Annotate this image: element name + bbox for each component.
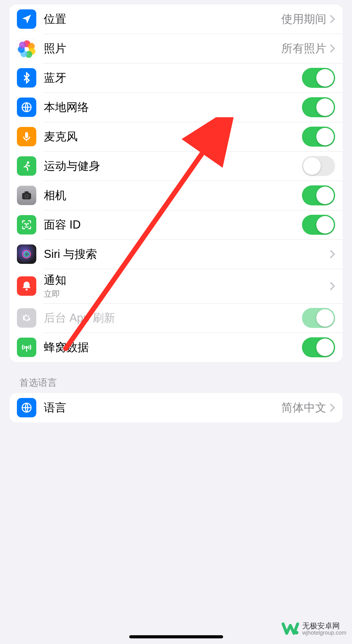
row-label: Siri 与搜索 <box>44 247 329 262</box>
bluetooth-icon <box>17 68 36 88</box>
cellular-toggle[interactable] <box>302 337 335 357</box>
bgrefresh-toggle <box>302 308 335 328</box>
watermark-logo-icon <box>282 620 299 638</box>
svg-point-12 <box>26 289 28 290</box>
chevron-right-icon <box>329 281 335 291</box>
gear-icon <box>17 308 36 328</box>
camera-toggle[interactable] <box>302 185 335 205</box>
svg-rect-1 <box>25 132 28 138</box>
row-photos[interactable]: 照片 所有照片 <box>9 34 343 63</box>
row-siri[interactable]: Siri 与搜索 <box>9 239 343 269</box>
row-label: 通知 <box>44 273 329 288</box>
row-bgrefresh: 后台 App 刷新 <box>9 303 343 333</box>
svg-point-7 <box>25 224 25 224</box>
language-section-header: 首选语言 <box>19 376 352 389</box>
bluetooth-toggle[interactable] <box>302 68 335 88</box>
row-label: 蜂窝数据 <box>44 340 302 355</box>
svg-rect-6 <box>25 191 29 193</box>
row-label: 蓝牙 <box>44 70 302 86</box>
localnetwork-toggle[interactable] <box>302 97 335 117</box>
row-language[interactable]: 语言 简体中文 <box>9 393 343 422</box>
row-cellular[interactable]: 蜂窝数据 <box>9 333 343 362</box>
permissions-section: 位置 使用期间 照片 所有照片 蓝牙 本地网络 <box>9 4 343 362</box>
location-icon <box>17 9 36 29</box>
svg-point-8 <box>28 224 28 224</box>
row-label: 相机 <box>44 188 302 203</box>
globe-icon <box>17 98 36 117</box>
row-location[interactable]: 位置 使用期间 <box>9 4 343 34</box>
globe-icon <box>17 398 36 417</box>
bell-icon <box>17 276 36 296</box>
chevron-right-icon <box>329 403 335 412</box>
photos-icon <box>17 39 36 58</box>
row-notifications[interactable]: 通知 立即 <box>9 269 343 303</box>
row-value: 所有照片 <box>281 41 326 56</box>
row-bluetooth[interactable]: 蓝牙 <box>9 63 343 93</box>
fitness-icon <box>17 156 36 176</box>
row-faceid[interactable]: 面容 ID <box>9 210 343 239</box>
svg-point-11 <box>25 253 28 256</box>
row-label: 面容 ID <box>44 217 302 233</box>
row-label: 后台 App 刷新 <box>44 310 302 326</box>
row-microphone[interactable]: 麦克风 <box>9 122 343 151</box>
row-label: 运动与健身 <box>44 158 302 174</box>
row-label: 语言 <box>44 400 281 415</box>
row-value: 使用期间 <box>281 12 326 27</box>
row-localnetwork[interactable]: 本地网络 <box>9 93 343 122</box>
motion-toggle[interactable] <box>302 156 335 176</box>
row-label: 位置 <box>44 12 281 27</box>
svg-point-16 <box>295 631 298 635</box>
siri-icon <box>17 244 36 264</box>
row-motion[interactable]: 运动与健身 <box>9 151 343 181</box>
watermark-title: 无极安卓网 <box>302 622 346 630</box>
chevron-right-icon <box>329 44 335 53</box>
language-section: 语言 简体中文 <box>9 393 343 422</box>
svg-point-2 <box>27 161 29 164</box>
mic-icon <box>17 127 36 146</box>
chevron-right-icon <box>329 14 335 24</box>
cellular-icon <box>17 338 36 357</box>
svg-point-5 <box>25 195 28 197</box>
row-label: 麦克风 <box>44 129 302 144</box>
row-label: 照片 <box>44 41 281 56</box>
row-subtitle: 立即 <box>44 289 329 299</box>
row-value: 简体中文 <box>281 400 326 415</box>
faceid-toggle[interactable] <box>302 215 335 235</box>
watermark-url: wjhotelgroup.com <box>302 630 346 636</box>
chevron-right-icon <box>329 249 335 259</box>
home-indicator <box>129 635 223 638</box>
microphone-toggle[interactable] <box>302 127 335 147</box>
watermark: 无极安卓网 wjhotelgroup.com <box>282 620 346 638</box>
svg-point-10 <box>24 251 29 257</box>
faceid-icon <box>17 215 36 234</box>
row-label: 本地网络 <box>44 100 302 115</box>
row-camera[interactable]: 相机 <box>9 181 343 210</box>
camera-icon <box>17 186 36 205</box>
